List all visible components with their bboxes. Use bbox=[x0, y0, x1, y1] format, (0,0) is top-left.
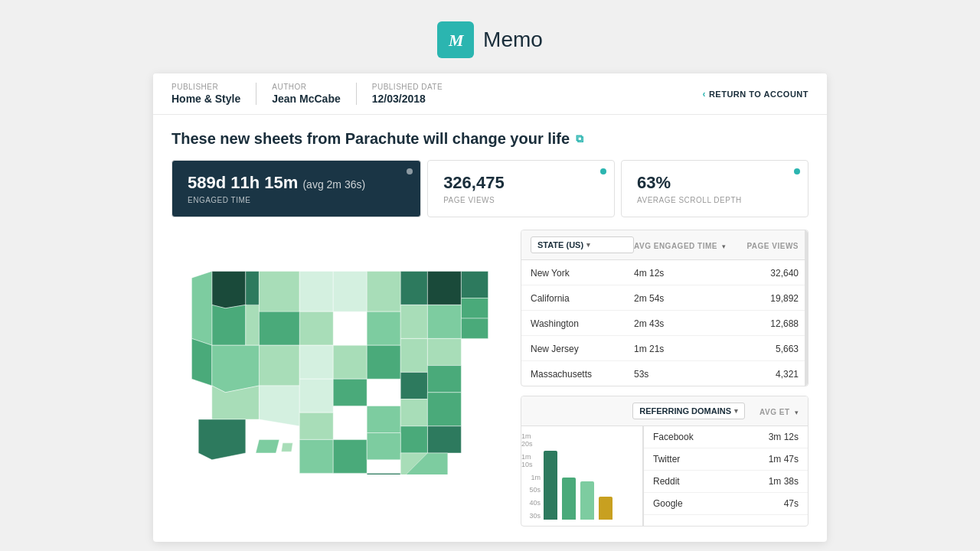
state-table-row[interactable]: California 2m 54s 19,892 bbox=[521, 285, 808, 311]
state-oklahoma bbox=[299, 412, 333, 439]
scrollbar[interactable] bbox=[805, 230, 808, 386]
state-col-2: AVG ENGAGED TIME ▾ bbox=[634, 238, 737, 252]
state-wyoming bbox=[259, 311, 299, 345]
bar-google bbox=[599, 497, 612, 520]
y-axis: 1m 20s 1m 10s 1m 50s 40s 30s bbox=[521, 426, 544, 526]
svg-text:M: M bbox=[448, 31, 465, 50]
state-table-row[interactable]: Washington 2m 43s 12,688 bbox=[521, 311, 808, 336]
y-label-2: 1m 10s bbox=[521, 453, 541, 468]
info-dot-engaged[interactable] bbox=[407, 168, 413, 174]
state-vermont-nh bbox=[461, 271, 488, 298]
state-table-row[interactable]: New York 4m 12s 32,640 bbox=[521, 260, 808, 285]
referring-dropdown[interactable]: REFERRING DOMAINS ▾ bbox=[632, 403, 745, 419]
info-dot-scroll[interactable] bbox=[794, 168, 800, 174]
referring-table-row[interactable]: Reddit 1m 38s bbox=[644, 471, 808, 493]
state-missouri bbox=[333, 379, 367, 406]
state-nevada-utah bbox=[212, 345, 260, 393]
breadcrumb-author: AUTHOR Jean McCabe bbox=[272, 83, 356, 105]
return-label: RETURN TO ACCOUNT bbox=[709, 90, 808, 99]
referring-dropdown-arrow-icon: ▾ bbox=[734, 407, 738, 415]
state-texas-n bbox=[299, 439, 333, 473]
state-iowa bbox=[333, 345, 367, 379]
state-new-mexico bbox=[259, 386, 299, 426]
date-label: PUBLISHED DATE bbox=[372, 83, 443, 91]
bar-reddit bbox=[580, 481, 594, 520]
scroll-depth-card: 63% AVERAGE SCROLL DEPTH bbox=[621, 160, 808, 217]
referring-table-row[interactable]: Twitter 1m 47s bbox=[644, 448, 808, 471]
state-minnesota-n bbox=[333, 271, 367, 311]
engaged-time-card: 589d 11h 15m (avg 2m 36s) ENGAGED TIME bbox=[172, 160, 421, 217]
state-maryland-va bbox=[427, 366, 461, 393]
state-tennessee bbox=[400, 399, 427, 426]
external-link-icon[interactable]: ⧉ bbox=[576, 132, 583, 145]
bar-facebook bbox=[544, 451, 557, 520]
article-section: These new sheets from Parachute will cha… bbox=[153, 115, 827, 217]
publisher-label: PUBLISHER bbox=[172, 83, 240, 91]
author-value: Jean McCabe bbox=[272, 93, 340, 105]
state-table: STATE (US) ▾ AVG ENGAGED TIME ▾ PAGE VIE… bbox=[521, 230, 808, 386]
state-idaho-s bbox=[246, 305, 260, 345]
state-michigan-n bbox=[400, 271, 427, 305]
bottom-section: STATE (US) ▾ AVG ENGAGED TIME ▾ PAGE VIE… bbox=[153, 230, 827, 542]
state-table-row[interactable]: New Jersey 1m 21s 5,663 bbox=[521, 336, 808, 361]
state-col-1: STATE (US) ▾ bbox=[531, 236, 634, 253]
y-label-1: 1m 20s bbox=[521, 432, 541, 448]
state-south-dakota bbox=[299, 311, 333, 345]
chart-left: 1m 20s 1m 10s 1m 50s 40s 30s bbox=[521, 426, 644, 526]
breadcrumb-items: PUBLISHER Home & Style AUTHOR Jean McCab… bbox=[172, 83, 702, 105]
state-dropdown[interactable]: STATE (US) ▾ bbox=[531, 236, 634, 253]
state-hawaii bbox=[256, 439, 279, 453]
breadcrumb-date: PUBLISHED DATE 12/03/2018 bbox=[372, 83, 458, 105]
info-dot-pageviews[interactable] bbox=[600, 168, 606, 174]
y-label-6: 30s bbox=[529, 512, 541, 520]
referring-sort-icon[interactable]: ▾ bbox=[795, 409, 799, 416]
state-georgia bbox=[400, 426, 427, 453]
state-michigan-s bbox=[400, 305, 427, 338]
state-nj-de bbox=[427, 338, 461, 365]
chevron-left-icon: ‹ bbox=[702, 89, 706, 99]
referring-table-body: Facebook 3m 12s Twitter 1m 47s Reddit 1m… bbox=[644, 426, 808, 526]
dropdown-arrow-icon: ▾ bbox=[586, 241, 590, 249]
breadcrumb-bar: PUBLISHER Home & Style AUTHOR Jean McCab… bbox=[153, 73, 827, 115]
state-connecticut bbox=[461, 318, 488, 338]
sort-icon[interactable]: ▾ bbox=[722, 243, 726, 250]
article-title: These new sheets from Parachute will cha… bbox=[172, 130, 808, 148]
state-hawaii-2 bbox=[281, 443, 292, 452]
logo-text: Memo bbox=[483, 28, 543, 52]
us-map-svg bbox=[172, 230, 508, 474]
logo-icon: M bbox=[437, 21, 474, 58]
state-alaska bbox=[198, 419, 246, 460]
state-washington bbox=[212, 271, 246, 308]
scroll-depth-label: AVERAGE SCROLL DEPTH bbox=[637, 196, 792, 204]
state-north-carolina bbox=[427, 393, 461, 426]
scroll-depth-value: 63% bbox=[637, 173, 792, 193]
state-arkansas bbox=[367, 406, 400, 432]
us-map-container bbox=[172, 230, 508, 474]
referring-table-row[interactable]: Facebook 3m 12s bbox=[644, 426, 808, 448]
header: M Memo bbox=[0, 0, 980, 73]
page-views-label: PAGE VIEWS bbox=[443, 196, 599, 204]
referring-section: REFERRING DOMAINS ▾ AVG ET ▾ 1m 20s 1m 1… bbox=[521, 396, 808, 527]
state-pennsylvania bbox=[427, 305, 461, 338]
referring-header: REFERRING DOMAINS ▾ AVG ET ▾ bbox=[521, 396, 808, 426]
state-col-3: PAGE VIEWS bbox=[737, 238, 799, 252]
state-massachusetts bbox=[461, 298, 488, 318]
bar-chart bbox=[544, 426, 643, 526]
state-arizona bbox=[212, 386, 260, 419]
state-kansas bbox=[299, 379, 333, 412]
main-card: PUBLISHER Home & Style AUTHOR Jean McCab… bbox=[153, 73, 827, 542]
date-value: 12/03/2018 bbox=[372, 93, 443, 105]
state-colorado bbox=[259, 345, 299, 386]
state-illinois-s bbox=[367, 345, 400, 379]
return-to-account-link[interactable]: ‹ RETURN TO ACCOUNT bbox=[702, 89, 808, 99]
state-california-s bbox=[191, 338, 211, 386]
page-views-card: 326,475 PAGE VIEWS bbox=[427, 160, 615, 217]
state-table-row[interactable]: Massachusetts 53s 4,321 bbox=[521, 361, 808, 386]
state-ohio-n bbox=[400, 338, 427, 372]
bar-twitter bbox=[562, 478, 576, 520]
breadcrumb-publisher: PUBLISHER Home & Style bbox=[172, 83, 256, 105]
state-new-york bbox=[427, 271, 461, 305]
referring-table-row[interactable]: Google 47s bbox=[644, 493, 808, 515]
right-panel: STATE (US) ▾ AVG ENGAGED TIME ▾ PAGE VIE… bbox=[521, 230, 808, 527]
referring-col2-header: AVG ET ▾ bbox=[745, 404, 799, 418]
